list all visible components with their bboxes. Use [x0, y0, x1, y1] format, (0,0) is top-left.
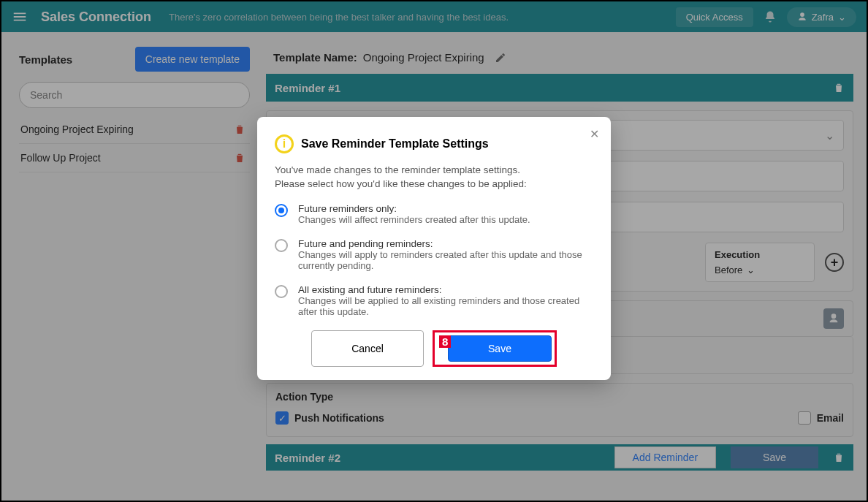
option-all[interactable]: All existing and future reminders: Chang… [275, 284, 593, 317]
option-title: Future reminders only: [298, 203, 530, 214]
option-desc: Changes will affect reminders created af… [298, 214, 530, 225]
radio-button[interactable] [275, 239, 288, 252]
radio-button[interactable] [275, 204, 288, 217]
radio-button[interactable] [275, 285, 288, 298]
modal-body-line: You've made changes to the reminder temp… [275, 164, 593, 178]
option-future-pending[interactable]: Future and pending reminders: Changes wi… [275, 238, 593, 271]
step-number: 8 [439, 335, 451, 348]
option-title: Future and pending reminders: [298, 238, 593, 249]
step-highlight: 8 Save [433, 330, 557, 367]
modal-title: Save Reminder Template Settings [301, 137, 489, 151]
close-icon[interactable]: ✕ [590, 127, 599, 141]
option-title: All existing and future reminders: [298, 284, 593, 295]
cancel-button[interactable]: Cancel [311, 330, 424, 367]
modal-overlay: ✕ i Save Reminder Template Settings You'… [1, 1, 867, 501]
option-desc: Changes will be applied to all existing … [298, 295, 593, 317]
option-desc: Changes will apply to reminders created … [298, 249, 593, 271]
modal-save-button[interactable]: Save [448, 335, 552, 362]
info-icon: i [275, 134, 294, 153]
save-settings-modal: ✕ i Save Reminder Template Settings You'… [257, 117, 611, 380]
modal-body-line: Please select how you'd like these chang… [275, 178, 593, 191]
option-future-only[interactable]: Future reminders only: Changes will affe… [275, 203, 593, 225]
